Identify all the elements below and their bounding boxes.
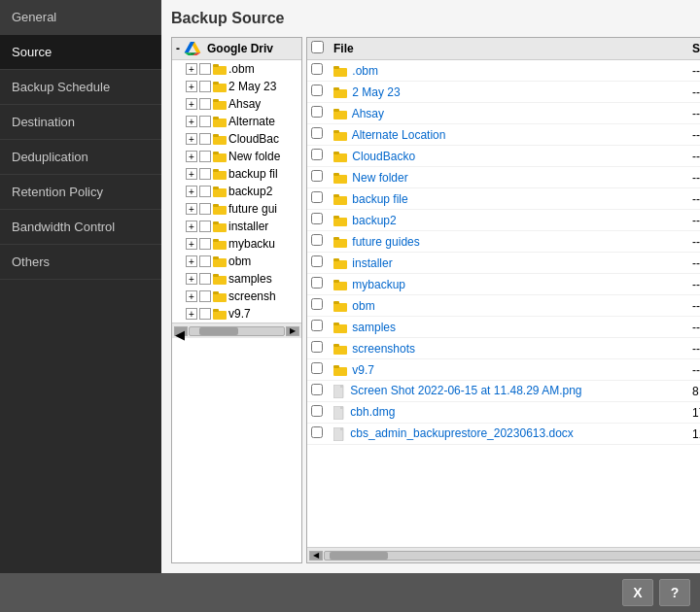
folder-link[interactable]: Ahsay xyxy=(352,107,384,120)
tree-item-checkbox[interactable] xyxy=(199,81,211,92)
tree-item-expand[interactable]: + xyxy=(186,273,197,285)
tree-item-expand[interactable]: + xyxy=(186,151,197,162)
sidebar-item-backup-schedule[interactable]: Backup Schedule xyxy=(0,70,161,105)
tree-item-checkbox[interactable] xyxy=(199,273,211,285)
tree-scroll-right[interactable]: ▶ xyxy=(286,326,299,336)
sidebar-item-source[interactable]: Source xyxy=(0,35,161,70)
tree-item[interactable]: + obm xyxy=(172,253,301,270)
tree-item-checkbox[interactable] xyxy=(199,98,211,110)
folder-link[interactable]: .obm xyxy=(352,64,378,78)
tree-item-expand[interactable]: + xyxy=(186,238,197,250)
tree-item-expand[interactable]: + xyxy=(186,290,197,302)
row-checkbox[interactable] xyxy=(311,405,323,417)
tree-scroll-left[interactable]: ◀ xyxy=(174,326,188,336)
sidebar-item-deduplication[interactable]: Deduplication xyxy=(0,140,161,175)
tree-item[interactable]: + New folde xyxy=(172,148,301,165)
tree-item[interactable]: + screensh xyxy=(172,288,301,305)
folder-link[interactable]: v9.7 xyxy=(352,363,374,377)
tree-item-expand[interactable]: + xyxy=(186,63,197,75)
close-button[interactable]: X xyxy=(622,579,653,606)
tree-item[interactable]: + Ahsay xyxy=(172,95,301,113)
tree-item[interactable]: + CloudBac xyxy=(172,130,301,148)
tree-item-expand[interactable]: + xyxy=(186,203,197,215)
tree-item[interactable]: + backup fil xyxy=(172,165,301,183)
tree-item[interactable]: + samples xyxy=(172,270,301,288)
tree-item[interactable]: + future gui xyxy=(172,200,301,218)
tree-item[interactable]: + v9.7 xyxy=(172,305,301,323)
tree-item-expand[interactable]: + xyxy=(186,81,197,92)
file-hscroll-thumb[interactable] xyxy=(330,552,388,560)
help-button[interactable]: ? xyxy=(659,579,690,606)
tree-hscrollbar[interactable]: ◀ ▶ xyxy=(172,323,301,338)
file-select-all-checkbox[interactable] xyxy=(311,41,324,53)
row-checkbox[interactable] xyxy=(311,213,323,224)
tree-item-expand[interactable]: + xyxy=(186,98,197,110)
folder-link[interactable]: screenshots xyxy=(352,342,415,356)
file-link[interactable]: Screen Shot 2022-06-15 at 11.48.29 AM.pn… xyxy=(350,384,581,397)
tree-item-checkbox[interactable] xyxy=(199,168,211,180)
row-checkbox[interactable] xyxy=(311,362,323,374)
file-hscrollbar[interactable]: ◀ ▶ xyxy=(307,547,700,562)
sidebar-item-retention-policy[interactable]: Retention Policy xyxy=(0,175,161,210)
folder-link[interactable]: Alternate Location xyxy=(352,128,446,142)
row-checkbox[interactable] xyxy=(311,277,323,289)
row-checkbox[interactable] xyxy=(311,298,323,310)
tree-item-checkbox[interactable] xyxy=(199,238,211,250)
row-checkbox[interactable] xyxy=(311,341,323,353)
row-checkbox[interactable] xyxy=(311,85,323,96)
row-checkbox[interactable] xyxy=(311,170,323,182)
tree-item-expand[interactable]: + xyxy=(186,133,197,145)
tree-hscroll-thumb[interactable] xyxy=(199,327,238,335)
row-checkbox[interactable] xyxy=(311,106,323,118)
row-checkbox[interactable] xyxy=(311,255,323,267)
tree-item-expand[interactable]: + xyxy=(186,186,197,197)
row-checkbox[interactable] xyxy=(311,384,323,395)
sidebar-item-others[interactable]: Others xyxy=(0,245,161,280)
tree-item[interactable]: + Alternate xyxy=(172,113,301,130)
tree-item-checkbox[interactable] xyxy=(199,133,211,145)
row-checkbox[interactable] xyxy=(311,234,323,246)
tree-item-checkbox[interactable] xyxy=(199,151,211,162)
row-checkbox[interactable] xyxy=(311,149,323,160)
tree-item-expand[interactable]: + xyxy=(186,255,197,267)
folder-link[interactable]: backup2 xyxy=(352,214,396,227)
row-checkbox[interactable] xyxy=(311,320,323,331)
tree-item-expand[interactable]: + xyxy=(186,168,197,180)
tree-item[interactable]: + 2 May 23 xyxy=(172,78,301,95)
tree-item[interactable]: + backup2 xyxy=(172,183,301,200)
folder-link[interactable]: New folder xyxy=(352,171,407,185)
sidebar-item-bandwidth-control[interactable]: Bandwidth Control xyxy=(0,210,161,245)
tree-item-checkbox[interactable] xyxy=(199,290,211,302)
folder-link[interactable]: mybackup xyxy=(352,278,405,291)
row-checkbox[interactable] xyxy=(311,63,323,75)
row-checkbox[interactable] xyxy=(311,191,323,203)
tree-item[interactable]: + installer xyxy=(172,218,301,235)
tree-item-checkbox[interactable] xyxy=(199,116,211,127)
folder-link[interactable]: future guides xyxy=(352,235,419,249)
folder-link[interactable]: 2 May 23 xyxy=(352,85,400,99)
tree-item-checkbox[interactable] xyxy=(199,203,211,215)
row-checkbox[interactable] xyxy=(311,426,323,438)
tree-item-checkbox[interactable] xyxy=(199,186,211,197)
row-checkbox[interactable] xyxy=(311,127,323,139)
tree-item-expand[interactable]: + xyxy=(186,308,197,320)
folder-link[interactable]: samples xyxy=(352,321,396,334)
folder-link[interactable]: obm xyxy=(352,299,374,313)
file-link[interactable]: cbs_admin_backuprestore_20230613.docx xyxy=(350,426,574,440)
file-link[interactable]: cbh.dmg xyxy=(350,405,395,419)
folder-link[interactable]: installer xyxy=(352,256,392,270)
sidebar-item-destination[interactable]: Destination xyxy=(0,105,161,140)
tree-item-checkbox[interactable] xyxy=(199,63,211,75)
file-hscroll-left[interactable]: ◀ xyxy=(309,551,323,561)
tree-item-checkbox[interactable] xyxy=(199,308,211,320)
tree-root-expand[interactable]: - xyxy=(176,42,180,55)
tree-item-expand[interactable]: + xyxy=(186,221,197,232)
tree-item-checkbox[interactable] xyxy=(199,255,211,267)
folder-link[interactable]: CloudBacko xyxy=(352,150,415,163)
tree-item[interactable]: + .obm xyxy=(172,60,301,78)
sidebar-item-general[interactable]: General xyxy=(0,0,161,35)
tree-item-expand[interactable]: + xyxy=(186,116,197,127)
tree-item-checkbox[interactable] xyxy=(199,221,211,232)
tree-item[interactable]: + mybacku xyxy=(172,235,301,253)
folder-link[interactable]: backup file xyxy=(352,192,407,206)
